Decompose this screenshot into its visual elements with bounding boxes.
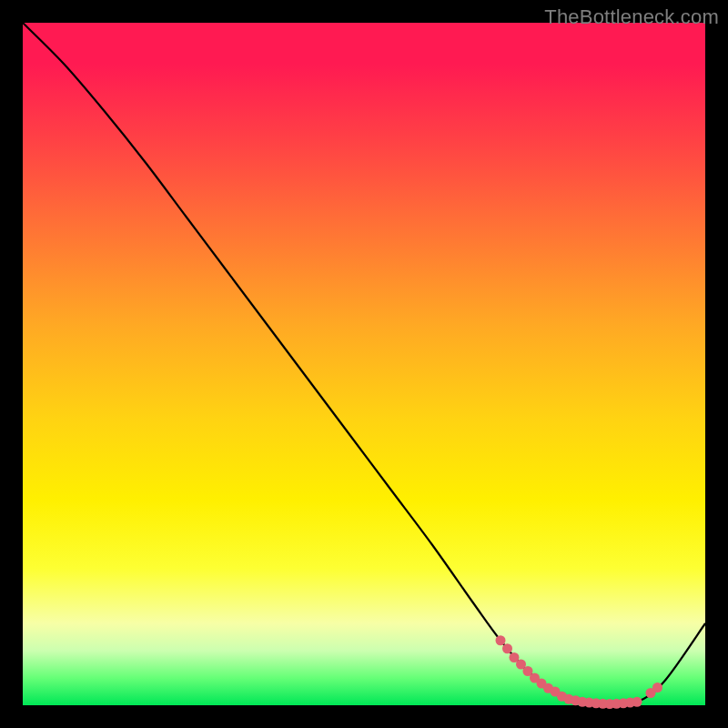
curve-group bbox=[23, 23, 705, 709]
curve-marker bbox=[496, 635, 506, 645]
watermark-text: TheBottleneck.com bbox=[544, 5, 719, 29]
curve-line bbox=[23, 23, 705, 704]
curve-marker bbox=[632, 697, 642, 707]
chart-stage: TheBottleneck.com bbox=[0, 0, 728, 728]
chart-svg bbox=[23, 23, 705, 705]
curve-marker bbox=[502, 643, 512, 653]
chart-plot-area bbox=[23, 23, 705, 705]
curve-markers bbox=[496, 635, 663, 709]
curve-marker bbox=[652, 682, 662, 693]
